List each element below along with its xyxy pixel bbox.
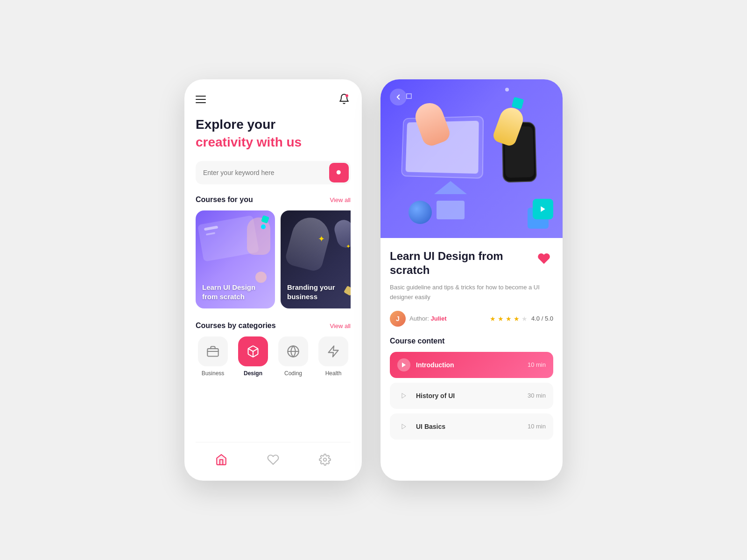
rating-score: 4.0 / 5.0 (531, 315, 553, 322)
design-icon-box (238, 336, 268, 366)
health-label: Health (325, 370, 342, 377)
hero-title: Explore your creativity with us (196, 117, 351, 152)
play-circle-basics (397, 420, 410, 433)
courses-section-title: Courses for you (196, 196, 253, 204)
business-icon-box (198, 336, 228, 366)
svg-marker-11 (402, 424, 406, 429)
course-description: Basic guideline and tips & tricks for ho… (390, 283, 553, 302)
search-bar (196, 161, 351, 184)
lesson-list: Introduction 10 min History of UI 30 min (390, 352, 553, 440)
star-1: ★ (490, 315, 496, 322)
design-label: Design (244, 370, 262, 377)
author-name: Juliet (431, 315, 447, 322)
briefcase-icon (206, 345, 219, 358)
author-info: J Author: Juliet (390, 311, 447, 327)
author-label: Author: Juliet (409, 315, 447, 322)
lesson-basics[interactable]: UI Basics 10 min (390, 413, 553, 440)
play-circle-intro (397, 358, 410, 371)
play-icon-intro (401, 362, 407, 368)
nav-wishlist[interactable] (258, 450, 289, 469)
category-design[interactable]: Design (236, 336, 270, 377)
lesson-history[interactable]: History of UI 30 min (390, 383, 553, 409)
play-circle-history (397, 389, 410, 402)
category-coding[interactable]: Coding (276, 336, 310, 377)
deco-dot (505, 88, 509, 91)
lesson-name-basics: UI Basics (416, 423, 445, 430)
star-2: ★ (498, 315, 504, 322)
coding-icon-box (278, 336, 308, 366)
svg-marker-9 (402, 362, 406, 367)
menu-icon[interactable] (196, 96, 206, 103)
course-detail: Learn UI Design from scratch Basic guide… (381, 238, 563, 481)
lesson-duration-basics: 10 min (528, 423, 546, 430)
lesson-name-history: History of UI (416, 392, 455, 399)
top-bar (196, 93, 351, 105)
star-4: ★ (514, 315, 520, 322)
course-hero-image (381, 79, 563, 238)
lesson-introduction[interactable]: Introduction 10 min (390, 352, 553, 378)
categories-grid: Business Design Coding (196, 336, 351, 377)
svg-marker-8 (541, 206, 545, 212)
search-button[interactable] (329, 163, 349, 182)
right-phone: Learn UI Design from scratch Basic guide… (381, 79, 563, 481)
lesson-duration-intro: 10 min (528, 361, 546, 368)
play-icon-history (401, 392, 407, 399)
rating-row: ★ ★ ★ ★ ★ 4.0 / 5.0 (490, 315, 553, 322)
lesson-left: Introduction (397, 358, 454, 371)
nav-home[interactable] (206, 450, 237, 469)
svg-marker-10 (402, 393, 406, 398)
svg-point-0 (345, 94, 348, 97)
svg-rect-1 (207, 349, 218, 356)
scene-sphere (409, 201, 432, 224)
notification-icon[interactable] (338, 93, 351, 105)
author-rating-row: J Author: Juliet ★ ★ ★ ★ ★ 4.0 / 5.0 (390, 311, 553, 327)
lesson-duration-history: 30 min (528, 392, 546, 399)
category-health[interactable]: Health (316, 336, 351, 377)
card-label-learn-ui: Learn UI Design from scratch (202, 283, 255, 301)
zap-icon (327, 345, 340, 358)
lesson-left-history: History of UI (397, 389, 455, 402)
search-input[interactable] (203, 169, 325, 176)
categories-section-header: Courses by categories View all (196, 322, 351, 330)
categories-section-title: Courses by categories (196, 322, 276, 330)
course-detail-header: Learn UI Design from scratch (390, 249, 553, 277)
course-detail-title: Learn UI Design from scratch (390, 249, 529, 277)
view-all-courses[interactable]: View all (330, 196, 351, 203)
heart-icon (537, 252, 550, 265)
lesson-left-basics: UI Basics (397, 420, 445, 433)
category-business[interactable]: Business (196, 336, 230, 377)
left-phone: Explore your creativity with us Courses … (184, 79, 362, 481)
lesson-name-intro: Introduction (416, 361, 454, 369)
box-icon (247, 345, 260, 358)
deco-ring (406, 93, 412, 99)
nav-settings[interactable] (310, 450, 340, 469)
star-3: ★ (506, 315, 512, 322)
hero-3d-scene (381, 79, 563, 238)
back-button[interactable] (390, 89, 407, 105)
favorite-button[interactable] (535, 249, 553, 268)
courses-row: Learn UI Design from scratch ✦ ✦ Brandin… (196, 210, 351, 308)
content-section-title: Course content (390, 337, 553, 345)
play-icon-basics (401, 423, 407, 430)
scene-house (437, 191, 465, 219)
scene-play-button[interactable] (533, 199, 553, 219)
svg-marker-6 (329, 346, 338, 357)
courses-section-header: Courses for you View all (196, 196, 351, 204)
bottom-nav (196, 442, 351, 471)
play-icon (539, 205, 547, 213)
view-all-categories[interactable]: View all (330, 322, 351, 329)
svg-point-7 (323, 458, 326, 462)
course-card-learn-ui[interactable]: Learn UI Design from scratch (196, 210, 275, 308)
card-label-branding: Branding your business (287, 283, 335, 301)
course-card-branding[interactable]: ✦ ✦ Branding your business (281, 210, 351, 308)
star-5: ★ (521, 315, 528, 322)
globe-icon (287, 345, 300, 358)
author-avatar: J (390, 311, 406, 327)
business-label: Business (202, 370, 225, 377)
health-icon-box (318, 336, 348, 366)
coding-label: Coding (284, 370, 302, 377)
